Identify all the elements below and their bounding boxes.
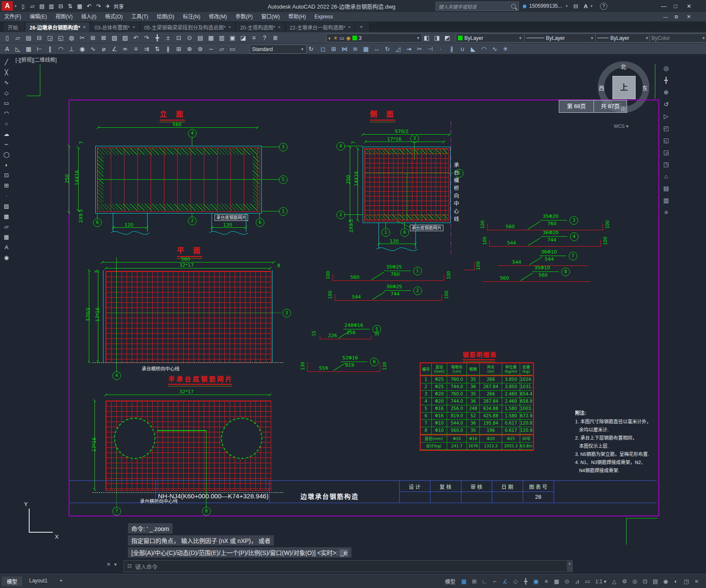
sync-icon[interactable]: ⇅ [66, 3, 75, 9]
new-file-icon[interactable]: ▯ [18, 3, 28, 9]
user-icon[interactable]: ☻ [521, 3, 528, 9]
workspace-gear-icon[interactable]: ⚙ [619, 578, 630, 585]
copy-icon[interactable]: ⊞ [328, 44, 339, 54]
annot-monitor-icon[interactable]: ◎ [630, 578, 640, 585]
save-as-icon[interactable]: ▥ [47, 3, 56, 9]
join-icon[interactable]: ∪ [457, 44, 468, 54]
trim-icon[interactable]: ✂ [414, 44, 425, 54]
quick-dim-icon[interactable]: ≍ [120, 44, 130, 54]
offset-icon[interactable]: ≋ [350, 44, 361, 54]
plot-icon[interactable]: ⊟ [56, 3, 66, 9]
dim-inspect-icon[interactable]: ⊚ [195, 44, 206, 54]
dim-baseline-icon[interactable]: ≡ [130, 44, 141, 54]
tab-close-icon[interactable]: × [83, 24, 85, 30]
center-mark-icon[interactable]: ⊕ [184, 44, 195, 54]
preview-icon[interactable]: ◲ [45, 33, 55, 43]
save-icon[interactable]: ▤ [23, 33, 34, 43]
new-layout-tab[interactable]: + [55, 576, 68, 586]
menu-item[interactable]: 窗口(W) [257, 12, 284, 21]
table-style-icon[interactable]: ▦ [23, 44, 34, 54]
dim-edit-icon[interactable]: ▱ [216, 44, 227, 54]
doc-restore-button[interactable]: ⧉ [675, 14, 678, 20]
osnap-icon[interactable]: ▣ [531, 578, 541, 585]
publish-icon[interactable]: ◱ [55, 33, 66, 43]
new-icon[interactable]: ▯ [2, 33, 12, 43]
layer-sun-icon[interactable]: ☀ [333, 35, 338, 41]
text-style-icon[interactable]: A [2, 44, 12, 54]
layer-bulb-icon[interactable]: ◐ [328, 35, 331, 41]
cut-icon[interactable]: ✂ [77, 33, 88, 43]
polyline-icon[interactable]: ∿ [0, 78, 13, 88]
dim-ordinate-icon[interactable]: ⊥ [66, 44, 77, 54]
annotation-scale[interactable]: 1:1 ▾ [595, 579, 606, 585]
tab-close-icon[interactable]: × [228, 24, 231, 30]
help-icon[interactable]: ? [600, 3, 607, 10]
share-button[interactable]: 共享 [114, 3, 124, 10]
line-icon[interactable]: ╱ [0, 57, 13, 68]
model-tab[interactable]: 模型 [2, 576, 22, 586]
scale-icon[interactable]: ◿ [393, 44, 403, 54]
viewport-controls[interactable]: [-][俯视][二维线框] [15, 56, 57, 63]
match-props-icon[interactable]: ▧ [109, 33, 120, 43]
tab-new[interactable]: + [355, 22, 370, 32]
tab-22[interactable]: 22-主墩承台一般构造图* × [285, 22, 355, 32]
steering-wheel-icon[interactable]: ◎ [660, 63, 672, 75]
make-block-icon[interactable]: ⊞ [0, 181, 13, 191]
xline-icon[interactable]: ╳ [0, 68, 13, 78]
clean-screen-icon[interactable]: ◳ [681, 578, 691, 585]
layer-frame-icon[interactable]: ▭ [339, 35, 344, 41]
dim-break-icon[interactable]: ∦ [163, 44, 173, 54]
command-customize-icon[interactable]: ▾ [114, 561, 117, 567]
redo-icon[interactable]: ↷ [94, 3, 103, 9]
save-icon[interactable]: ▤ [37, 3, 47, 9]
break-icon[interactable]: ∦ [446, 44, 457, 54]
linetype-combo[interactable]: ByLayer ▼ [524, 33, 596, 42]
rotate-icon[interactable]: ↻ [382, 44, 393, 54]
undo-icon[interactable]: ↶ [85, 3, 94, 9]
tab-05[interactable]: 05-主梁钢箱梁梁段划分及构造总图* × [140, 22, 236, 32]
dim-continue-icon[interactable]: ⇉ [141, 44, 152, 54]
extend-icon[interactable]: ⊣ [425, 44, 436, 54]
open-icon[interactable]: ▱ [12, 33, 23, 43]
autodesk-a-icon[interactable]: A [584, 3, 588, 9]
hatch-icon[interactable]: ▨ [0, 202, 13, 212]
menu-item[interactable]: 标注(N) [179, 12, 205, 21]
ellipse-icon[interactable]: ◯ [0, 150, 13, 160]
snap-icon[interactable]: ⊞ [469, 578, 479, 585]
search-box[interactable]: 键入关键字或短语 [436, 2, 519, 11]
zoom-previous-icon[interactable]: ⊙ [184, 33, 195, 43]
menu-item[interactable]: 修改(M) [205, 12, 231, 21]
dim-update-icon[interactable]: ↻ [306, 44, 316, 54]
web-icon[interactable]: ◍ [66, 33, 77, 43]
layer-combo[interactable]: ◐ ☀ ▭ ◉ 3 ▼ [326, 33, 422, 42]
ortho-icon[interactable]: ⌐ [490, 578, 500, 585]
rectangle-icon[interactable]: ▭ [0, 99, 13, 109]
dim-radius-icon[interactable]: ◉ [77, 44, 88, 54]
command-scrollbar[interactable]: ▴ [567, 561, 572, 571]
dim-angular-icon[interactable]: ∠ [109, 44, 120, 54]
dim-space-icon[interactable]: ⇅ [152, 44, 163, 54]
ucs-icon[interactable]: ◰ [660, 123, 672, 135]
pan-icon[interactable]: ╋ [152, 33, 163, 43]
tab-close-icon[interactable]: × [132, 24, 135, 30]
dim-diameter-icon[interactable]: ⌀ [98, 44, 109, 54]
arc-icon[interactable]: ◠ [0, 109, 13, 119]
tab-close-icon[interactable]: × [278, 24, 280, 30]
mtext-icon[interactable]: A [0, 243, 13, 253]
command-close-icon[interactable]: ✕ [106, 561, 111, 567]
iso-icon[interactable]: ◇ [510, 578, 521, 585]
mirror-icon[interactable]: ⋈ [339, 44, 350, 54]
infer-icon[interactable]: ∟ [479, 578, 490, 585]
otrack-icon[interactable]: ╋ [521, 578, 531, 585]
tab-start[interactable]: 开始 [3, 22, 25, 32]
props-panel-icon[interactable]: ▥ [660, 195, 672, 207]
array-icon[interactable]: ▦ [361, 44, 371, 54]
menu-item[interactable]: 编辑(E) [25, 12, 51, 21]
account-caret-icon[interactable]: ▾ [566, 4, 568, 8]
view-back-icon[interactable]: ◱ [660, 135, 672, 147]
app-menu-caret-icon[interactable]: ▾ [15, 4, 17, 8]
move-icon[interactable]: ↔ [371, 44, 382, 54]
layer-lock-icon[interactable]: ◉ [346, 35, 350, 41]
command-wrench-icon[interactable]: ⊡ [124, 563, 135, 569]
showmotion-icon[interactable]: ▷ [660, 111, 672, 123]
